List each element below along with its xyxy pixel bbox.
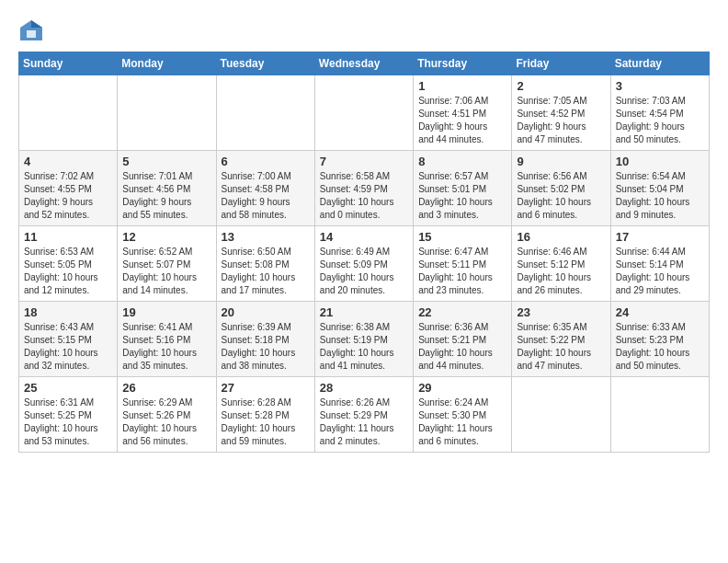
cell-day-number: 16 — [517, 230, 605, 244]
calendar-week-2: 4Sunrise: 7:02 AM Sunset: 4:55 PM Daylig… — [19, 151, 710, 226]
calendar-table: SundayMondayTuesdayWednesdayThursdayFrid… — [18, 52, 710, 453]
cell-info-text: Sunrise: 6:47 AM Sunset: 5:11 PM Dayligh… — [418, 246, 506, 297]
calendar-header-friday: Friday — [512, 52, 610, 75]
cell-day-number: 13 — [222, 230, 310, 244]
cell-info-text: Sunrise: 7:02 AM Sunset: 4:55 PM Dayligh… — [24, 170, 112, 222]
calendar-cell: 4Sunrise: 7:02 AM Sunset: 4:55 PM Daylig… — [19, 151, 118, 226]
cell-day-number: 20 — [222, 305, 310, 319]
calendar-cell: 27Sunrise: 6:28 AM Sunset: 5:28 PM Dayli… — [216, 377, 314, 453]
calendar-week-5: 25Sunrise: 6:31 AM Sunset: 5:25 PM Dayli… — [19, 377, 710, 453]
cell-day-number: 3 — [616, 79, 704, 93]
calendar-cell: 7Sunrise: 6:58 AM Sunset: 4:59 PM Daylig… — [314, 151, 413, 226]
cell-info-text: Sunrise: 6:31 AM Sunset: 5:25 PM Dayligh… — [24, 396, 112, 448]
calendar-header-wednesday: Wednesday — [314, 52, 413, 75]
cell-info-text: Sunrise: 6:57 AM Sunset: 5:01 PM Dayligh… — [418, 170, 506, 222]
calendar-cell: 9Sunrise: 6:56 AM Sunset: 5:02 PM Daylig… — [512, 151, 610, 226]
cell-day-number: 25 — [24, 381, 112, 395]
cell-day-number: 22 — [418, 305, 506, 319]
calendar-cell: 5Sunrise: 7:01 AM Sunset: 4:56 PM Daylig… — [118, 151, 216, 226]
cell-day-number: 1 — [418, 79, 506, 93]
cell-day-number: 14 — [320, 230, 408, 244]
cell-day-number: 2 — [517, 79, 605, 93]
cell-info-text: Sunrise: 6:58 AM Sunset: 4:59 PM Dayligh… — [320, 170, 408, 222]
cell-info-text: Sunrise: 6:26 AM Sunset: 5:29 PM Dayligh… — [320, 396, 408, 448]
cell-day-number: 4 — [24, 155, 112, 168]
svg-rect-2 — [27, 30, 36, 38]
cell-info-text: Sunrise: 6:54 AM Sunset: 5:04 PM Dayligh… — [616, 170, 704, 222]
cell-info-text: Sunrise: 6:49 AM Sunset: 5:09 PM Dayligh… — [320, 246, 408, 297]
cell-day-number: 24 — [616, 305, 704, 319]
cell-info-text: Sunrise: 7:01 AM Sunset: 4:56 PM Dayligh… — [122, 170, 210, 222]
cell-day-number: 29 — [418, 381, 506, 395]
cell-info-text: Sunrise: 6:29 AM Sunset: 5:26 PM Dayligh… — [122, 396, 210, 448]
cell-info-text: Sunrise: 6:39 AM Sunset: 5:18 PM Dayligh… — [222, 321, 310, 373]
cell-info-text: Sunrise: 6:53 AM Sunset: 5:05 PM Dayligh… — [24, 246, 112, 297]
calendar-cell: 25Sunrise: 6:31 AM Sunset: 5:25 PM Dayli… — [19, 377, 118, 453]
calendar-cell: 10Sunrise: 6:54 AM Sunset: 5:04 PM Dayli… — [610, 151, 709, 226]
cell-day-number: 5 — [122, 155, 210, 168]
cell-info-text: Sunrise: 6:24 AM Sunset: 5:30 PM Dayligh… — [418, 396, 506, 448]
calendar-cell: 21Sunrise: 6:38 AM Sunset: 5:19 PM Dayli… — [314, 302, 413, 377]
cell-info-text: Sunrise: 6:28 AM Sunset: 5:28 PM Dayligh… — [222, 396, 310, 448]
calendar-cell: 26Sunrise: 6:29 AM Sunset: 5:26 PM Dayli… — [118, 377, 216, 453]
calendar-cell: 11Sunrise: 6:53 AM Sunset: 5:05 PM Dayli… — [19, 226, 118, 302]
cell-info-text: Sunrise: 6:56 AM Sunset: 5:02 PM Dayligh… — [517, 170, 605, 222]
calendar-header-thursday: Thursday — [414, 52, 512, 75]
calendar-cell: 1Sunrise: 7:06 AM Sunset: 4:51 PM Daylig… — [414, 75, 512, 151]
cell-info-text: Sunrise: 6:38 AM Sunset: 5:19 PM Dayligh… — [320, 321, 408, 373]
calendar-cell: 23Sunrise: 6:35 AM Sunset: 5:22 PM Dayli… — [512, 302, 610, 377]
calendar-header-monday: Monday — [118, 52, 216, 75]
cell-day-number: 27 — [222, 381, 310, 395]
calendar-cell: 8Sunrise: 6:57 AM Sunset: 5:01 PM Daylig… — [414, 151, 512, 226]
cell-day-number: 26 — [122, 381, 210, 395]
cell-info-text: Sunrise: 6:44 AM Sunset: 5:14 PM Dayligh… — [616, 246, 704, 297]
cell-day-number: 12 — [122, 230, 210, 244]
calendar-cell: 29Sunrise: 6:24 AM Sunset: 5:30 PM Dayli… — [414, 377, 512, 453]
calendar-cell: 17Sunrise: 6:44 AM Sunset: 5:14 PM Dayli… — [610, 226, 709, 302]
cell-day-number: 7 — [320, 155, 408, 168]
calendar-cell — [314, 75, 413, 151]
calendar-cell: 15Sunrise: 6:47 AM Sunset: 5:11 PM Dayli… — [414, 226, 512, 302]
calendar-cell: 22Sunrise: 6:36 AM Sunset: 5:21 PM Dayli… — [414, 302, 512, 377]
cell-day-number: 11 — [24, 230, 112, 244]
calendar-cell: 3Sunrise: 7:03 AM Sunset: 4:54 PM Daylig… — [610, 75, 709, 151]
cell-day-number: 17 — [616, 230, 704, 244]
calendar-header-saturday: Saturday — [610, 52, 709, 75]
calendar-cell — [216, 75, 314, 151]
page-header — [18, 15, 710, 44]
calendar-cell — [19, 75, 118, 151]
cell-day-number: 21 — [320, 305, 408, 319]
cell-day-number: 23 — [517, 305, 605, 319]
svg-marker-1 — [31, 20, 42, 28]
calendar-header-tuesday: Tuesday — [216, 52, 314, 75]
cell-day-number: 9 — [517, 155, 605, 168]
calendar-cell: 14Sunrise: 6:49 AM Sunset: 5:09 PM Dayli… — [314, 226, 413, 302]
cell-info-text: Sunrise: 6:33 AM Sunset: 5:23 PM Dayligh… — [616, 321, 704, 373]
cell-day-number: 19 — [122, 305, 210, 319]
calendar-cell: 28Sunrise: 6:26 AM Sunset: 5:29 PM Dayli… — [314, 377, 413, 453]
calendar-cell: 20Sunrise: 6:39 AM Sunset: 5:18 PM Dayli… — [216, 302, 314, 377]
logo-icon — [18, 18, 44, 44]
calendar-cell: 16Sunrise: 6:46 AM Sunset: 5:12 PM Dayli… — [512, 226, 610, 302]
cell-info-text: Sunrise: 7:05 AM Sunset: 4:52 PM Dayligh… — [517, 95, 605, 146]
calendar-cell — [512, 377, 610, 453]
cell-day-number: 8 — [418, 155, 506, 168]
calendar-cell: 6Sunrise: 7:00 AM Sunset: 4:58 PM Daylig… — [216, 151, 314, 226]
calendar-cell — [610, 377, 709, 453]
cell-info-text: Sunrise: 6:52 AM Sunset: 5:07 PM Dayligh… — [122, 246, 210, 297]
cell-info-text: Sunrise: 7:06 AM Sunset: 4:51 PM Dayligh… — [418, 95, 506, 146]
calendar-cell: 18Sunrise: 6:43 AM Sunset: 5:15 PM Dayli… — [19, 302, 118, 377]
calendar-cell: 2Sunrise: 7:05 AM Sunset: 4:52 PM Daylig… — [512, 75, 610, 151]
cell-info-text: Sunrise: 6:35 AM Sunset: 5:22 PM Dayligh… — [517, 321, 605, 373]
cell-info-text: Sunrise: 7:03 AM Sunset: 4:54 PM Dayligh… — [616, 95, 704, 146]
calendar-week-4: 18Sunrise: 6:43 AM Sunset: 5:15 PM Dayli… — [19, 302, 710, 377]
calendar-cell: 24Sunrise: 6:33 AM Sunset: 5:23 PM Dayli… — [610, 302, 709, 377]
cell-day-number: 6 — [222, 155, 310, 168]
calendar-cell — [118, 75, 216, 151]
cell-info-text: Sunrise: 6:41 AM Sunset: 5:16 PM Dayligh… — [122, 321, 210, 373]
cell-day-number: 18 — [24, 305, 112, 319]
cell-day-number: 10 — [616, 155, 704, 168]
calendar-week-3: 11Sunrise: 6:53 AM Sunset: 5:05 PM Dayli… — [19, 226, 710, 302]
cell-info-text: Sunrise: 6:46 AM Sunset: 5:12 PM Dayligh… — [517, 246, 605, 297]
cell-info-text: Sunrise: 6:50 AM Sunset: 5:08 PM Dayligh… — [222, 246, 310, 297]
